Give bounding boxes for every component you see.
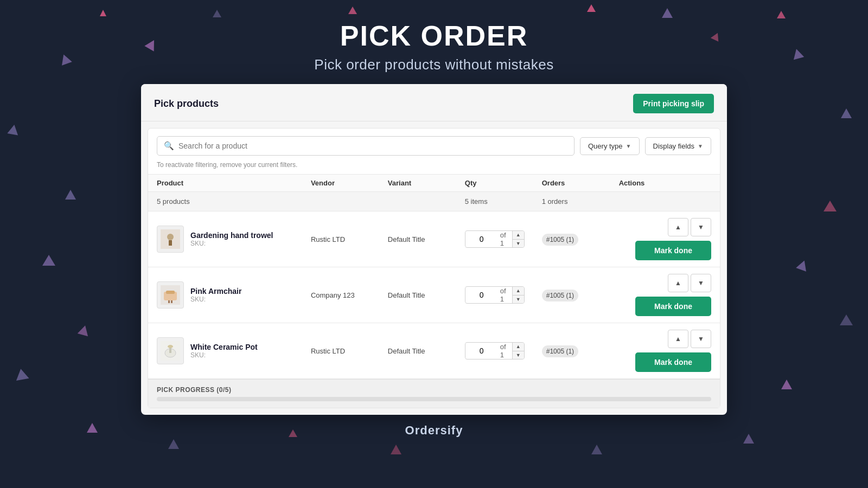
product-thumbnail-0 [157, 226, 184, 253]
product-thumbnail-1 [157, 281, 184, 309]
vendor-2: Rustic LTD [311, 347, 388, 355]
product-info-0: Gardening hand trowel SKU: [190, 231, 273, 247]
svg-marker-18 [840, 314, 853, 325]
product-thumbnail-2 [157, 337, 184, 364]
col-vendor: Vendor [311, 179, 388, 187]
svg-marker-17 [796, 259, 809, 272]
search-box: 🔍 [157, 136, 575, 156]
svg-marker-24 [591, 445, 602, 454]
svg-marker-15 [841, 108, 852, 118]
qty-up-0[interactable]: ▲ [513, 231, 524, 240]
actions-cell-2: ▲ ▼ Mark done [619, 330, 711, 372]
svg-marker-9 [42, 255, 55, 266]
qty-control-1: of 1 ▲ ▼ [465, 286, 542, 304]
qty-down-1[interactable]: ▼ [513, 296, 524, 304]
product-sku-1: SKU: [190, 296, 241, 303]
svg-marker-25 [391, 445, 401, 454]
product-name-0: Gardening hand trowel [190, 231, 273, 240]
card-header: Pick products Print picking slip [141, 84, 727, 121]
page-title: PICK ORDER [0, 20, 868, 52]
svg-marker-11 [14, 368, 29, 381]
display-fields-dropdown[interactable]: Display fields ▼ [645, 137, 712, 155]
svg-marker-19 [781, 380, 792, 389]
table-row: Gardening hand trowel SKU: Rustic LTD De… [148, 211, 720, 267]
product-name-1: Pink Armchair [190, 287, 241, 296]
product-name-2: White Ceramic Pot [190, 343, 258, 351]
query-type-chevron-icon: ▼ [626, 143, 631, 149]
page-subtitle: Pick order products without mistakes [0, 56, 868, 73]
qty-down-0[interactable]: ▼ [513, 240, 524, 248]
order-badge-0: #1005 (1) [542, 234, 619, 244]
qty-control-0: of 1 ▲ ▼ [465, 230, 542, 248]
summary-orders: 1 orders [542, 197, 619, 206]
brand-name: Ordersify [405, 423, 463, 437]
product-info-1: Pink Armchair SKU: [190, 287, 241, 303]
collapse-down-2[interactable]: ▼ [691, 330, 711, 348]
col-product: Product [157, 179, 311, 187]
variant-0: Default Title [388, 235, 465, 243]
mark-done-button-1[interactable]: Mark done [635, 297, 711, 316]
collapse-down-1[interactable]: ▼ [691, 274, 711, 292]
svg-rect-33 [171, 300, 173, 303]
display-fields-label: Display fields [653, 142, 695, 150]
print-picking-slip-button[interactable]: Print picking slip [633, 94, 714, 113]
product-sku-0: SKU: [190, 240, 273, 247]
search-icon: 🔍 [164, 141, 174, 151]
order-badge-1: #1005 (1) [542, 290, 619, 300]
footer: Ordersify [0, 423, 868, 438]
collapse-up-1[interactable]: ▲ [668, 274, 688, 292]
summary-products: 5 products [157, 197, 311, 206]
variant-1: Default Title [388, 291, 465, 299]
progress-label: PICK PROGRESS (0/5) [157, 386, 711, 394]
collapse-down-0[interactable]: ▼ [691, 218, 711, 236]
vendor-0: Rustic LTD [311, 235, 388, 243]
product-info-2: White Ceramic Pot SKU: [190, 343, 258, 359]
card-title: Pick products [154, 98, 219, 110]
filter-hint: To reactivate filtering, remove your cur… [148, 161, 720, 174]
collapse-up-0[interactable]: ▲ [668, 218, 688, 236]
product-sku-2: SKU: [190, 351, 258, 359]
display-fields-chevron-icon: ▼ [698, 143, 703, 149]
product-cell-1: Pink Armchair SKU: [157, 281, 311, 309]
variant-2: Default Title [388, 347, 465, 355]
card-body: 🔍 Query type ▼ Display fields ▼ To react… [148, 128, 720, 408]
actions-cell-0: ▲ ▼ Mark done [619, 218, 711, 260]
col-variant: Variant [388, 179, 465, 187]
qty-input-0[interactable] [465, 232, 498, 247]
product-cell-2: White Ceramic Pot SKU: [157, 337, 311, 364]
svg-rect-28 [169, 240, 172, 246]
qty-input-1[interactable] [465, 287, 498, 303]
summary-qty: 5 items [465, 197, 542, 206]
qty-down-2[interactable]: ▼ [513, 351, 524, 359]
svg-marker-4 [7, 124, 20, 135]
svg-point-38 [168, 345, 173, 348]
search-row: 🔍 Query type ▼ Display fields ▼ [148, 129, 720, 161]
query-type-label: Query type [588, 142, 623, 150]
summary-row: 5 products 5 items 1 orders [148, 192, 720, 211]
mark-done-button-0[interactable]: Mark done [635, 241, 711, 260]
table-header: Product Vendor Variant Qty Orders Action… [148, 174, 720, 192]
product-cell-0: Gardening hand trowel SKU: [157, 226, 311, 253]
vendor-1: Company 123 [311, 291, 388, 299]
col-qty: Qty [465, 179, 542, 187]
qty-up-1[interactable]: ▲ [513, 287, 524, 296]
svg-rect-31 [166, 291, 175, 294]
svg-marker-8 [65, 190, 76, 200]
svg-rect-32 [168, 300, 170, 303]
progress-track [157, 397, 711, 401]
query-type-dropdown[interactable]: Query type ▼ [580, 137, 640, 155]
qty-up-2[interactable]: ▲ [513, 343, 524, 351]
actions-cell-1: ▲ ▼ Mark done [619, 274, 711, 316]
table-row: White Ceramic Pot SKU: Rustic LTD Defaul… [148, 323, 720, 379]
main-card: Pick products Print picking slip 🔍 Query… [141, 84, 727, 415]
svg-point-27 [167, 234, 174, 240]
qty-input-2[interactable] [465, 343, 498, 358]
order-badge-2: #1005 (1) [542, 346, 619, 356]
progress-section: PICK PROGRESS (0/5) [148, 379, 720, 408]
col-actions: Actions [619, 179, 711, 187]
mark-done-button-2[interactable]: Mark done [635, 352, 711, 372]
col-orders: Orders [542, 179, 619, 187]
collapse-up-2[interactable]: ▲ [668, 330, 688, 348]
table-row: Pink Armchair SKU: Company 123 Default T… [148, 267, 720, 323]
search-input[interactable] [178, 142, 567, 150]
